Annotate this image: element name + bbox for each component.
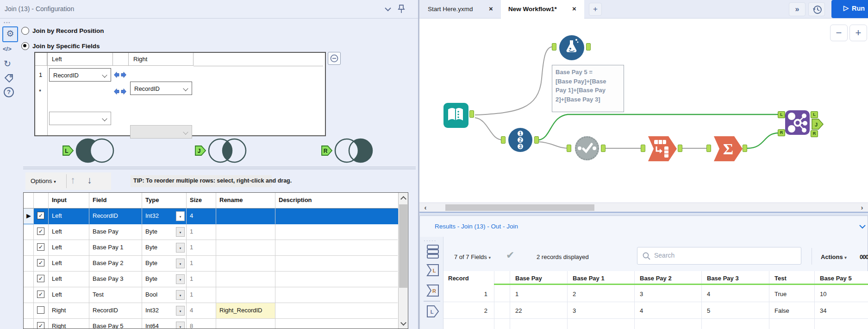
chevron-down-icon[interactable] [384,6,392,12]
tab-close-icon[interactable]: × [572,5,576,13]
join-output-anchor-right[interactable]: R [811,130,818,137]
move-down-icon[interactable]: ↓ [87,175,92,186]
left-field-select-new[interactable] [49,112,111,125]
history-button[interactable] [808,2,825,16]
type-dropdown-icon[interactable]: ▾ [176,306,185,316]
summarize-tool[interactable]: Σ [713,135,744,162]
col-header-type[interactable]: Type [142,193,187,209]
cell-type[interactable]: Byte▾ [142,240,187,256]
row-checkbox[interactable]: ✓ [37,291,44,298]
input-anchor-right-button[interactable]: R [425,284,440,297]
tab-close-icon[interactable]: × [489,5,493,13]
cell[interactable]: True [774,291,787,297]
radio-join-by-record-position[interactable] [21,27,29,35]
col-header-record[interactable]: Record [448,275,469,282]
record-id-tool[interactable]: 1 2 3 [508,128,532,152]
swap-arrows-icon[interactable] [114,71,127,78]
delete-row-button[interactable] [328,52,341,65]
cell-type[interactable]: Int32▾ [142,303,187,319]
input-anchor-left-button[interactable]: L [425,263,440,277]
cell-description[interactable] [275,256,398,272]
grid-row[interactable]: ✓ Left Base Pay 1 Byte▾ 1 [24,240,408,256]
cell-rename[interactable] [216,287,275,303]
cell-record[interactable]: 2 [443,307,487,314]
cell-type[interactable]: Byte▾ [142,272,187,287]
grid-row-selected[interactable]: ▶ ✓ Left RecordID Int32▾ 4 [24,209,408,224]
cell-rename[interactable] [216,256,275,272]
chevron-down-icon[interactable] [859,224,866,229]
row-checkbox[interactable]: ✓ [37,212,44,219]
tab-start-here[interactable]: Start Here.yxmd [428,6,473,13]
cell[interactable]: 1 [515,291,518,297]
cell[interactable]: 3 [573,307,576,314]
col-header-rename[interactable]: Rename [216,193,275,209]
swap-arrows-icon[interactable] [114,88,127,95]
cell-description[interactable] [275,287,398,303]
grid-scrollbar[interactable] [398,193,408,329]
row-checkbox[interactable]: ✓ [37,243,44,251]
col-header-base-pay-3[interactable]: Base Pay 3 [707,275,739,282]
join-input-anchor-left[interactable]: L [778,111,785,118]
cell[interactable]: 22 [515,307,522,314]
input-anchor[interactable] [706,145,711,152]
col-header-description[interactable]: Description [275,193,398,209]
cell-type[interactable]: Int32▾ [142,209,187,224]
input-anchor[interactable] [501,136,506,144]
scroll-left-icon[interactable]: ‹ [420,203,431,212]
cell-type[interactable]: Byte▾ [142,224,187,240]
scroll-up-button[interactable] [399,193,408,203]
scroll-down-button[interactable] [399,318,408,329]
cell-rename[interactable] [216,224,275,240]
zoom-out-button[interactable]: − [830,25,848,41]
join-tool[interactable] [785,110,810,135]
results-splitter[interactable] [419,212,868,215]
cell[interactable]: 3 [640,291,643,297]
cell-rename[interactable] [216,272,275,287]
cell-description[interactable] [275,224,398,240]
type-dropdown-icon[interactable]: ▾ [176,322,185,329]
workflow-canvas[interactable]: 1 2 3 Σ [419,19,868,202]
grid-row[interactable]: ✓ Left Base Pay 3 Byte▾ 1 [24,272,408,287]
configuration-tab-selected[interactable]: ⚙ [2,26,18,42]
row-checkbox[interactable]: ✓ [37,259,44,266]
cell[interactable]: 4 [640,307,643,314]
options-button[interactable]: Options ▾ [31,177,56,184]
table-view-icon[interactable] [425,244,440,259]
formula-tool[interactable] [559,35,584,60]
col-header-test[interactable]: Test [774,275,787,282]
left-field-select[interactable]: RecordID [49,68,111,82]
new-tab-button[interactable]: + [589,3,602,16]
output-anchor[interactable] [586,43,591,51]
col-header-base-pay[interactable]: Base Pay [515,275,542,282]
output-anchor[interactable] [678,145,682,152]
cell-description[interactable] [275,240,398,256]
join-output-anchor-join[interactable]: J [811,118,824,130]
output-anchor[interactable] [601,145,606,152]
col-header-base-pay-2[interactable]: Base Pay 2 [640,275,672,282]
venn-right-join-icon[interactable] [334,138,376,164]
tool-annotation[interactable]: Base Pay 5 = [Base Pay]+[Base Pay 1]+[Ba… [552,65,624,112]
test-tool[interactable] [574,135,600,161]
pin-icon[interactable] [396,4,406,15]
scrollbar-thumb[interactable] [445,204,594,211]
cell[interactable]: 10 [820,291,826,297]
col-header-base-pay-1[interactable]: Base Pay 1 [573,275,605,282]
row-checkbox[interactable]: ✓ [37,275,44,282]
transpose-tool[interactable] [647,135,679,162]
cell[interactable]: 4 [707,291,710,297]
cell-record[interactable]: 1 [443,291,487,297]
cell-description[interactable] [275,303,398,319]
type-dropdown-icon[interactable]: ▾ [176,259,185,268]
cell[interactable]: 2 [573,291,576,297]
input-anchor[interactable] [641,145,645,152]
output-anchor[interactable] [534,136,539,144]
row-checkbox[interactable]: ✓ [37,322,44,329]
text-input-tool[interactable] [443,103,468,128]
cell-description[interactable] [275,272,398,287]
grid-row-clipped[interactable]: ✓ Right Base Pay 5 Int64▾ 8 [24,319,408,329]
output-anchor-left-button[interactable]: L [425,304,440,318]
canvas-h-scrollbar[interactable]: ‹ › [419,202,868,212]
cell-description[interactable] [275,209,398,224]
right-field-select[interactable]: RecordID [130,82,192,95]
venn-inner-join-icon[interactable] [207,138,250,164]
